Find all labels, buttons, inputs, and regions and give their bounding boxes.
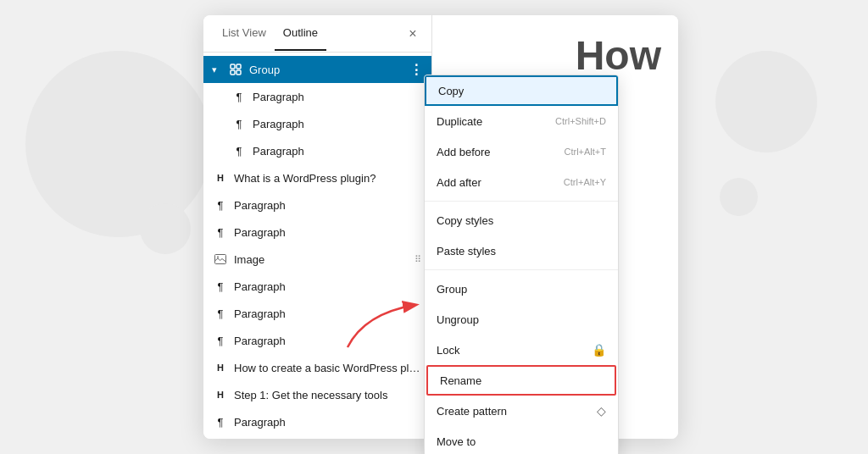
item-label: Paragraph (253, 91, 425, 103)
menu-item-create-pattern[interactable]: Create pattern ◇ (425, 396, 618, 426)
paragraph-icon: ¶ (231, 91, 248, 103)
list-item[interactable]: ¶ Paragraph (203, 137, 431, 164)
bg-circle-small (140, 203, 191, 254)
tab-list-view[interactable]: List View (214, 16, 275, 51)
list-item[interactable]: ¶ Paragraph (203, 327, 431, 354)
item-label: How to create a basic WordPress plugi... (234, 362, 425, 374)
options-button[interactable]: ⋮ (408, 61, 425, 78)
tab-header: List View Outline × (203, 15, 431, 53)
list-item-list[interactable]: ▸ List (203, 435, 431, 439)
create-pattern-icon: ◇ (597, 404, 606, 418)
close-button[interactable]: × (403, 24, 423, 44)
move-to-label: Move to (437, 435, 476, 448)
svg-rect-0 (231, 64, 235, 69)
item-label: Paragraph (234, 335, 425, 347)
bg-circle-right-small (720, 178, 758, 216)
item-label: Paragraph (234, 199, 425, 212)
tab-outline[interactable]: Outline (275, 16, 326, 51)
duplicate-shortcut: Ctrl+Shift+D (555, 116, 606, 126)
item-label: Paragraph (234, 416, 425, 429)
paragraph-icon: ¶ (212, 307, 229, 320)
menu-item-copy-styles[interactable]: Copy styles (425, 205, 618, 235)
paragraph-icon: ¶ (212, 199, 229, 212)
paragraph-icon: ¶ (212, 416, 229, 429)
item-label: Step 1: Get the necessary tools (234, 389, 425, 401)
svg-rect-1 (236, 64, 241, 69)
group-label: Group (437, 283, 467, 296)
menu-item-rename[interactable]: Rename (426, 365, 616, 396)
add-after-shortcut: Ctrl+Alt+Y (564, 177, 606, 187)
list-item[interactable]: ¶ Paragraph (203, 408, 431, 435)
menu-item-lock[interactable]: Lock 🔒 (425, 335, 618, 365)
menu-item-add-after[interactable]: Add after Ctrl+Alt+Y (425, 167, 618, 197)
menu-divider-2 (425, 269, 618, 270)
list-item[interactable]: ¶ Paragraph (203, 191, 431, 219)
paste-styles-label: Paste styles (437, 245, 496, 257)
list-view-items: ▾ Group ⋮ ¶ Paragraph ¶ (203, 53, 431, 439)
menu-item-group[interactable]: Group (425, 274, 618, 304)
menu-item-move-to[interactable]: Move to (425, 426, 618, 454)
create-pattern-label: Create pattern (437, 405, 507, 418)
menu-item-duplicate[interactable]: Duplicate Ctrl+Shift+D (425, 106, 618, 136)
list-item[interactable]: ¶ Paragraph (203, 273, 431, 300)
item-label: Paragraph (234, 226, 425, 239)
list-item[interactable]: ¶ Paragraph (203, 219, 431, 246)
heading-icon: H (212, 173, 229, 183)
paragraph-icon: ¶ (231, 145, 248, 158)
menu-item-ungroup[interactable]: Ungroup (425, 304, 618, 335)
lock-icon: 🔒 (592, 343, 606, 357)
item-label: Paragraph (253, 145, 425, 158)
paragraph-icon: ¶ (231, 118, 248, 130)
item-label: Image (234, 253, 415, 266)
paragraph-icon: ¶ (212, 280, 229, 293)
item-label: Paragraph (234, 280, 425, 293)
context-menu: Copy Duplicate Ctrl+Shift+D Add before C… (424, 75, 619, 454)
group-label: Group (249, 64, 408, 76)
list-item-image[interactable]: Image ⠿ (203, 246, 431, 273)
duplicate-label: Duplicate (437, 115, 482, 128)
menu-item-paste-styles[interactable]: Paste styles (425, 235, 618, 266)
svg-point-5 (217, 257, 219, 258)
item-label: Paragraph (253, 118, 425, 130)
add-before-label: Add before (437, 146, 491, 158)
left-panel: List View Outline × ▾ Group ⋮ (203, 15, 432, 439)
svg-rect-3 (236, 70, 241, 75)
list-item[interactable]: H Step 1: Get the necessary tools (203, 381, 431, 408)
rename-label: Rename (440, 374, 481, 387)
menu-divider-1 (425, 201, 618, 202)
add-after-label: Add after (437, 176, 481, 189)
list-item[interactable]: ¶ Paragraph (203, 110, 431, 137)
menu-item-add-before[interactable]: Add before Ctrl+Alt+T (425, 136, 618, 167)
list-item[interactable]: H How to create a basic WordPress plugi.… (203, 354, 431, 381)
svg-rect-2 (231, 70, 235, 75)
item-label: What is a WordPress plugin? (234, 172, 425, 185)
copy-label: Copy (438, 85, 464, 97)
image-icon (212, 254, 229, 264)
copy-styles-label: Copy styles (437, 214, 493, 227)
preview-heading-text: How (576, 32, 661, 79)
bg-circle-right-large (715, 51, 817, 152)
item-label: Paragraph (234, 307, 425, 320)
add-before-shortcut: Ctrl+Alt+T (564, 147, 606, 157)
heading-icon: H (212, 390, 229, 400)
lock-label: Lock (437, 344, 459, 357)
ungroup-label: Ungroup (437, 313, 479, 326)
paragraph-icon: ¶ (212, 335, 229, 347)
list-item-group[interactable]: ▾ Group ⋮ (203, 56, 431, 83)
menu-item-copy[interactable]: Copy (425, 75, 618, 106)
paragraph-icon: ¶ (212, 226, 229, 239)
list-item[interactable]: ¶ Paragraph (203, 300, 431, 327)
drag-handle-icon: ⠿ (415, 254, 421, 265)
list-item[interactable]: ¶ Paragraph (203, 83, 431, 110)
list-item[interactable]: H What is a WordPress plugin? (203, 164, 431, 191)
chevron-down-icon: ▾ (212, 64, 225, 75)
bg-circle-large (25, 51, 212, 237)
heading-icon: H (212, 363, 229, 373)
group-block-icon (227, 64, 244, 75)
